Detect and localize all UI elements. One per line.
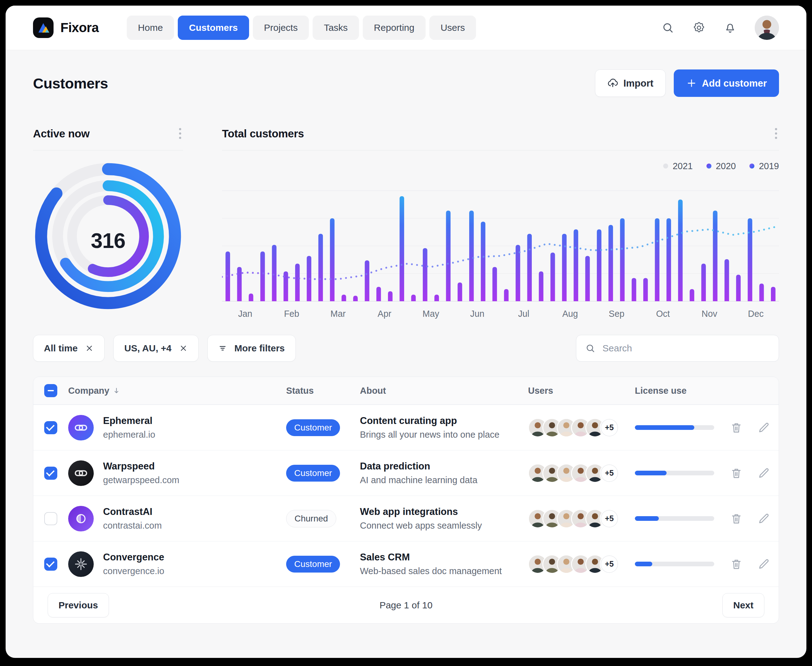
status-badge: Churned	[286, 510, 336, 528]
settings-gear-icon[interactable]	[692, 21, 705, 34]
customers-table: Company Status About Users License use E…	[33, 377, 779, 624]
svg-text:Sep: Sep	[609, 309, 624, 319]
tab-tasks[interactable]: Tasks	[312, 16, 359, 40]
search-box	[576, 335, 779, 362]
filter-chip-countries[interactable]: US, AU, +4	[113, 335, 198, 362]
fixora-logo-icon	[33, 17, 54, 38]
svg-text:Jan: Jan	[238, 309, 253, 319]
svg-text:Apr: Apr	[378, 309, 392, 319]
add-customer-label: Add customer	[702, 79, 767, 88]
app-window: Fixora Home Customers Projects Tasks Rep…	[6, 6, 806, 658]
converge-icon	[68, 551, 94, 577]
company-name: Ephemeral	[103, 415, 155, 427]
svg-text:Mar: Mar	[330, 309, 345, 319]
table-row: ContrastAIcontrastai.comChurnedWeb app i…	[33, 496, 779, 541]
filter-row: All time US, AU, +4 More filters	[33, 335, 779, 362]
column-company: Company	[68, 386, 286, 396]
cloud-upload-icon	[607, 77, 618, 89]
filter-lines-icon	[218, 344, 227, 353]
company-domain: contrastai.com	[103, 521, 162, 531]
brand-name: Fixora	[61, 20, 99, 35]
license-bar	[635, 425, 714, 430]
active-now-menu-icon[interactable]	[177, 126, 183, 141]
tab-users[interactable]: Users	[429, 16, 476, 40]
row-checkbox[interactable]	[44, 557, 57, 571]
table-row: Convergenceconvergence.ioCustomerSales C…	[33, 541, 779, 587]
delete-trash-icon[interactable]	[730, 467, 743, 480]
table-pagination: Previous Page 1 of 10 Next	[33, 587, 779, 623]
row-checkbox[interactable]	[44, 421, 57, 434]
tab-customers[interactable]: Customers	[178, 16, 249, 40]
about-title: Data prediction	[360, 461, 528, 472]
about-title: Content curating app	[360, 415, 528, 427]
column-status: Status	[286, 386, 360, 396]
donut-chart: 316	[33, 161, 183, 323]
add-customer-button[interactable]: Add customer	[674, 69, 779, 97]
company-name: Warpspeed	[103, 461, 179, 472]
company-name: Convergence	[103, 552, 164, 563]
table-header: Company Status About Users License use	[33, 377, 779, 405]
table-row: Warpspeedgetwarpspeed.comCustomerData pr…	[33, 450, 779, 496]
about-title: Web app integrations	[360, 506, 528, 518]
search-input[interactable]	[602, 343, 770, 354]
row-checkbox[interactable]	[44, 512, 57, 525]
page-title: Customers	[33, 75, 108, 92]
close-icon	[85, 344, 94, 353]
legend-item-2020[interactable]: 2020	[707, 161, 736, 171]
edit-pencil-icon[interactable]	[757, 512, 770, 525]
row-checkbox[interactable]	[44, 467, 57, 480]
svg-text:Jul: Jul	[518, 309, 529, 319]
active-now-title: Active now	[33, 127, 90, 140]
import-label: Import	[623, 79, 653, 88]
column-about: About	[360, 386, 528, 396]
about-subtitle: AI and machine learning data	[360, 475, 528, 485]
delete-trash-icon[interactable]	[730, 421, 743, 434]
svg-text:May: May	[422, 309, 439, 319]
edit-pencil-icon[interactable]	[757, 467, 770, 480]
user-avatar[interactable]	[755, 16, 779, 40]
more-filters-button[interactable]: More filters	[207, 335, 296, 362]
import-button[interactable]: Import	[595, 69, 665, 97]
chain-link-icon	[68, 415, 94, 440]
license-bar	[635, 471, 714, 475]
brand[interactable]: Fixora	[33, 17, 99, 38]
user-avatars: +5	[528, 463, 635, 483]
active-now-panel: Active now 316	[33, 126, 183, 323]
legend-item-2019[interactable]: 2019	[750, 161, 779, 171]
user-avatars: +5	[528, 509, 635, 528]
search-icon[interactable]	[661, 21, 674, 34]
company-domain: convergence.io	[103, 566, 164, 576]
tab-home[interactable]: Home	[127, 16, 174, 40]
delete-trash-icon[interactable]	[730, 512, 743, 525]
delete-trash-icon[interactable]	[730, 557, 743, 571]
select-all-checkbox[interactable]	[44, 384, 57, 397]
svg-text:Oct: Oct	[656, 309, 670, 319]
edit-pencil-icon[interactable]	[757, 421, 770, 434]
filter-chip-all-time[interactable]: All time	[33, 335, 105, 362]
legend-dot-2020	[707, 163, 712, 168]
page-indicator: Page 1 of 10	[33, 600, 779, 610]
total-customers-title: Total customers	[222, 127, 304, 140]
extra-users-badge: +5	[600, 418, 619, 437]
extra-users-badge: +5	[600, 509, 619, 528]
legend-item-2021[interactable]: 2021	[663, 161, 693, 171]
about-subtitle: Web-based sales doc management	[360, 566, 528, 576]
company-name: ContrastAI	[103, 506, 162, 518]
total-customers-menu-icon[interactable]	[773, 126, 779, 141]
tab-projects[interactable]: Projects	[253, 16, 309, 40]
license-bar	[635, 516, 714, 521]
user-avatars: +5	[528, 418, 635, 437]
edit-pencil-icon[interactable]	[757, 557, 770, 571]
chart-legend: 2021 2020 2019	[222, 160, 779, 171]
notifications-bell-icon[interactable]	[723, 21, 736, 34]
nav-tabs: Home Customers Projects Tasks Reporting …	[127, 16, 476, 40]
active-now-value: 316	[33, 165, 183, 316]
status-badge: Customer	[286, 419, 340, 436]
svg-text:Dec: Dec	[748, 309, 763, 319]
close-icon	[179, 344, 188, 353]
tab-reporting[interactable]: Reporting	[363, 16, 426, 40]
about-title: Sales CRM	[360, 552, 528, 563]
user-avatars: +5	[528, 554, 635, 574]
sort-down-icon[interactable]	[112, 387, 120, 395]
about-subtitle: Brings all your news into one place	[360, 430, 528, 440]
